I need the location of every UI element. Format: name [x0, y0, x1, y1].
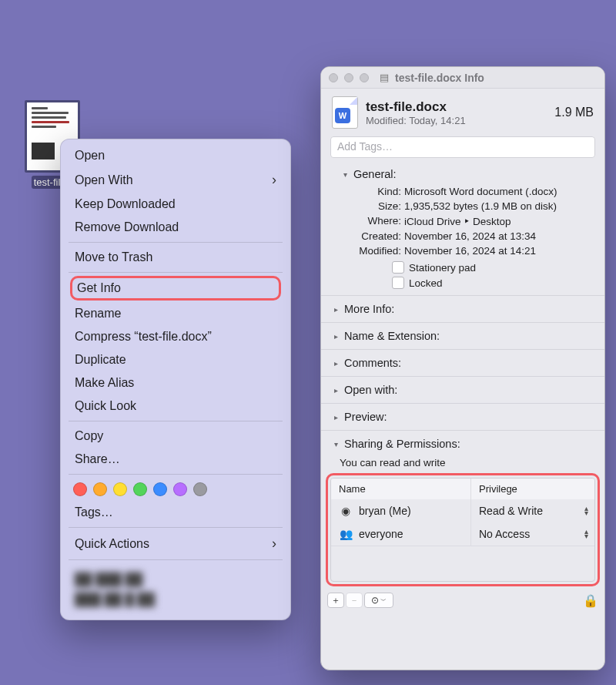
- tag-color-dot[interactable]: [93, 482, 107, 496]
- chevron-right-icon: ›: [272, 536, 276, 552]
- locked-checkbox[interactable]: [392, 277, 404, 289]
- stepper-icon: ▴▾: [584, 529, 588, 539]
- where-value: iCloud Drive ‣ Desktop: [404, 215, 584, 227]
- section-preview[interactable]: ▸Preview:: [321, 407, 604, 427]
- chevron-down-icon: ▾: [332, 440, 340, 448]
- section-general[interactable]: ▾General:: [330, 164, 595, 184]
- section-sharing-permissions[interactable]: ▾Sharing & Permissions:: [321, 434, 604, 454]
- menu-duplicate[interactable]: Duplicate: [61, 348, 290, 371]
- menu-copy[interactable]: Copy: [61, 425, 290, 448]
- menu-keep-downloaded[interactable]: Keep Downloaded: [61, 193, 290, 216]
- privilege-select[interactable]: Read & Write▴▾: [471, 499, 594, 522]
- kind-value: Microsoft Word document (.docx): [404, 186, 584, 197]
- chevron-right-icon: ▸: [332, 305, 340, 314]
- stepper-icon: ▴▾: [584, 506, 588, 515]
- menu-open[interactable]: Open: [61, 144, 290, 167]
- col-privilege: Privilege: [471, 478, 594, 499]
- modified-short: Modified: Today, 14:21: [366, 115, 547, 126]
- modified-value: November 16, 2024 at 14:21: [404, 245, 584, 257]
- stationery-checkbox[interactable]: [392, 261, 404, 274]
- tags-input[interactable]: Add Tags…: [330, 136, 595, 158]
- lock-icon[interactable]: 🔒: [583, 593, 598, 608]
- permission-name: everyone: [359, 528, 403, 540]
- traffic-minimize[interactable]: [344, 73, 353, 82]
- menu-tags[interactable]: Tags…: [61, 501, 290, 524]
- chevron-right-icon: ▸: [332, 386, 340, 395]
- chevron-right-icon: ›: [272, 172, 276, 188]
- remove-permission-button[interactable]: －: [346, 593, 363, 608]
- menu-remove-download[interactable]: Remove Download: [61, 216, 290, 239]
- menu-get-info[interactable]: Get Info: [70, 276, 281, 301]
- tag-color-dot[interactable]: [133, 482, 147, 496]
- permissions-highlight: Name Privilege ◉bryan (Me)Read & Write▴▾…: [326, 473, 600, 586]
- tag-color-dot[interactable]: [173, 482, 187, 496]
- permissions-table: Name Privilege ◉bryan (Me)Read & Write▴▾…: [330, 478, 595, 582]
- table-row[interactable]: 👥everyoneNo Access▴▾: [331, 522, 594, 546]
- size-value: 1,935,532 bytes (1.9 MB on disk): [404, 200, 584, 212]
- window-title: test-file.docx Info: [395, 72, 484, 84]
- col-name: Name: [331, 478, 471, 499]
- word-badge-icon: W: [335, 108, 350, 123]
- menu-make-alias[interactable]: Make Alias: [61, 371, 290, 395]
- tag-color-dot[interactable]: [153, 482, 167, 496]
- group-icon: 👥: [339, 527, 353, 541]
- context-menu: Open Open With› Keep Downloaded Remove D…: [60, 139, 291, 620]
- chevron-down-icon: ▾: [341, 170, 349, 179]
- menu-redacted: ██ ███ █████ ██ █ ██: [61, 563, 290, 615]
- file-name: test-file.docx: [366, 99, 547, 115]
- tag-color-dot[interactable]: [193, 482, 207, 496]
- document-icon: ▤: [380, 72, 389, 83]
- traffic-zoom[interactable]: [360, 73, 369, 82]
- user-circle-icon: ◉: [339, 504, 353, 518]
- section-comments[interactable]: ▸Comments:: [321, 353, 604, 373]
- privilege-select[interactable]: No Access▴▾: [471, 522, 594, 546]
- chevron-right-icon: ▸: [332, 359, 340, 368]
- created-value: November 16, 2024 at 13:34: [404, 230, 584, 242]
- permission-action-menu[interactable]: ⊙﹀: [364, 593, 393, 608]
- tag-color-dot[interactable]: [73, 482, 87, 496]
- menu-compress[interactable]: Compress “test-file.docx”: [61, 325, 290, 348]
- section-open-with[interactable]: ▸Open with:: [321, 380, 604, 400]
- menu-move-to-trash[interactable]: Move to Trash: [61, 246, 290, 269]
- titlebar[interactable]: ▤ test-file.docx Info: [321, 67, 604, 89]
- permission-name: bryan (Me): [359, 505, 411, 517]
- menu-quick-look[interactable]: Quick Look: [61, 395, 290, 418]
- chevron-right-icon: ▸: [332, 413, 340, 421]
- traffic-close[interactable]: [329, 73, 338, 82]
- menu-quick-actions[interactable]: Quick Actions›: [61, 531, 290, 556]
- ellipsis-icon: ⊙: [371, 595, 379, 606]
- menu-rename[interactable]: Rename: [61, 302, 290, 325]
- file-icon: W: [332, 96, 358, 129]
- file-size: 1.9 MB: [554, 106, 594, 119]
- menu-tag-colors[interactable]: [61, 478, 290, 501]
- chevron-down-icon: ﹀: [380, 596, 387, 605]
- chevron-right-icon: ▸: [332, 332, 340, 341]
- tag-color-dot[interactable]: [113, 482, 127, 496]
- permission-note: You can read and write: [321, 454, 604, 473]
- section-more-info[interactable]: ▸More Info:: [321, 299, 604, 319]
- get-info-window: ▤ test-file.docx Info W test-file.docx M…: [320, 66, 605, 670]
- section-name-extension[interactable]: ▸Name & Extension:: [321, 326, 604, 346]
- table-row[interactable]: ◉bryan (Me)Read & Write▴▾: [331, 499, 594, 522]
- add-permission-button[interactable]: ＋: [327, 593, 344, 608]
- menu-open-with[interactable]: Open With›: [61, 167, 290, 193]
- menu-share[interactable]: Share…: [61, 448, 290, 471]
